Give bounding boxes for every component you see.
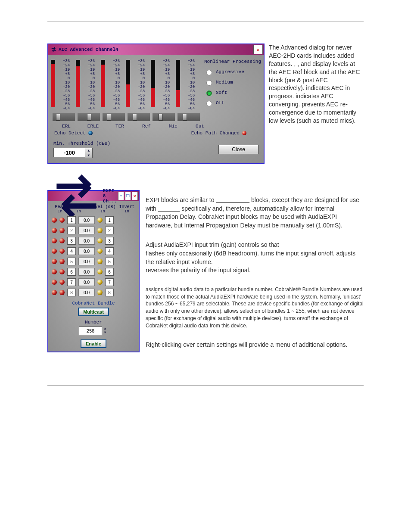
nlp-option-medium[interactable]: Medium (204, 79, 261, 86)
meter-scale: +36+24+19+8010-20-28-36-46-56-04 (88, 59, 96, 111)
channel-number[interactable]: 5 (105, 258, 114, 265)
meter-label-erl: ERL (54, 124, 78, 129)
channel-number[interactable]: 5 (67, 258, 76, 265)
channel-number[interactable]: 3 (67, 237, 76, 245)
hdr-peak: Peak (55, 205, 65, 209)
channel-number[interactable]: 6 (67, 268, 76, 276)
multicast-button[interactable]: Multicast (78, 308, 109, 316)
echo-detect-led (88, 131, 93, 135)
channel-number[interactable]: 6 (105, 268, 114, 276)
level-value[interactable]: 0.0 (78, 278, 95, 286)
expi-titlebar: EXPI 8 Ch... – □ ✕ (48, 191, 139, 201)
chevron-up-icon: ▲ (85, 148, 92, 153)
echo-detect-label: Echo Detect (54, 131, 86, 136)
peak-led (52, 238, 57, 243)
channel-number[interactable]: 2 (105, 227, 114, 234)
peak-led (52, 218, 57, 223)
aic-description: The Advanced dialog for newer AEC-2HD ca… (269, 44, 364, 164)
invert-led[interactable] (97, 218, 103, 223)
expi-dialog: EXPI 8 Ch... – □ ✕ PeakIn MuteIn Level (… (47, 190, 140, 352)
maximize-button[interactable]: □ (125, 192, 131, 200)
channel-number[interactable]: 8 (67, 289, 76, 296)
hdr-level: Level (dB) (90, 205, 116, 209)
nlp-option-aggressive[interactable]: Aggressive (204, 68, 261, 75)
channel-number[interactable]: 1 (67, 216, 76, 224)
channel-row: 80.08 (51, 289, 136, 296)
channel-row: 50.05 (51, 258, 136, 265)
invert-led[interactable] (97, 280, 103, 285)
mute-led[interactable] (59, 280, 65, 285)
spinner-buttons[interactable]: ▲▼ (102, 327, 108, 335)
meter-scale: +36+24+19+8010-20-28-36-46-56-04 (188, 59, 196, 111)
mute-led[interactable] (59, 238, 65, 243)
mute-led[interactable] (59, 249, 65, 254)
expi-para-1: EXPI blocks are similar to blocks, excep… (146, 196, 364, 230)
meter-slider[interactable] (128, 113, 150, 121)
aic-close-button[interactable]: ✕ (253, 45, 263, 54)
meter-scale: +36+24+19+8010-20-28-36-46-56-04 (138, 59, 146, 111)
invert-led[interactable] (97, 290, 103, 295)
channel-number[interactable]: 4 (67, 247, 76, 255)
threshold-spinner[interactable]: -100 ▲▼ (53, 148, 110, 158)
meter-slider[interactable] (153, 113, 175, 121)
nlp-title: Nonlinear Processing (204, 59, 261, 64)
meter-slider[interactable] (103, 113, 125, 121)
level-value[interactable]: 0.0 (78, 289, 95, 296)
expi-close-button[interactable]: ✕ (132, 192, 138, 200)
level-value[interactable]: 0.0 (78, 237, 95, 245)
mute-led[interactable] (59, 218, 65, 223)
minimize-icon: – (119, 193, 122, 199)
mute-led[interactable] (59, 290, 65, 295)
channel-number[interactable]: 7 (67, 278, 76, 286)
meter-label-out: Out (188, 124, 212, 129)
invert-led[interactable] (97, 249, 103, 254)
level-value[interactable]: 0.0 (78, 247, 95, 255)
nlp-option-soft[interactable]: Soft (204, 89, 261, 96)
channel-number[interactable]: 3 (105, 237, 114, 245)
meter-slider[interactable] (78, 113, 100, 121)
meter-slider[interactable] (53, 113, 75, 121)
txt: flashes only occasionally (6dB headroom)… (146, 250, 261, 257)
mute-led[interactable] (59, 269, 65, 274)
level-value[interactable]: 0.0 (78, 227, 95, 234)
peak-led (52, 249, 57, 254)
peak-led (52, 290, 57, 295)
meter-slider[interactable] (177, 113, 200, 121)
txt: reverses the polarity of the input signa… (146, 267, 251, 274)
invert-led[interactable] (97, 228, 103, 233)
minimize-button[interactable]: – (118, 192, 124, 200)
nlp-option-off[interactable]: Off (204, 100, 261, 106)
meter-bar (151, 60, 155, 107)
level-value[interactable]: 0.0 (78, 258, 95, 265)
channel-number[interactable]: 8 (105, 289, 114, 296)
invert-led[interactable] (97, 269, 103, 274)
meter-erle: +36+24+19+8010-20-28-36-46-56-04 (78, 59, 100, 121)
chevron-up-icon: ▲ (102, 327, 108, 330)
meter-label-ter: TER (108, 124, 132, 129)
spinner-buttons[interactable]: ▲▼ (85, 148, 93, 158)
invert-led[interactable] (97, 238, 103, 243)
meter-scale: +36+24+19+8010-20-28-36-46-56-04 (113, 59, 121, 111)
invert-led[interactable] (97, 259, 103, 264)
bundle-value: 256 (79, 327, 102, 335)
expi-para-4: Right-clicking over certain settings wil… (146, 341, 364, 349)
enable-button[interactable]: Enable (81, 339, 106, 348)
peak-led (52, 269, 57, 274)
meter-bar (101, 60, 105, 107)
mute-led[interactable] (59, 259, 65, 264)
level-value[interactable]: 0.0 (78, 268, 95, 276)
channel-number[interactable]: 2 (67, 227, 76, 234)
peak-led (52, 259, 57, 264)
bundle-spinner[interactable]: 256 ▲▼ (51, 327, 136, 335)
threshold-label: Min. Threshold (dBu) (53, 141, 110, 146)
channel-number[interactable]: 4 (105, 247, 114, 255)
close-button[interactable]: Close (218, 145, 258, 154)
txt: , (294, 60, 297, 67)
meter-label-erle: ERLE (81, 124, 105, 129)
sub: In (118, 209, 136, 214)
mute-led[interactable] (59, 228, 65, 233)
aic-section: AIC Advanced Channel4 ✕ +36+24+19+8010-2… (47, 44, 364, 164)
level-value[interactable]: 0.0 (78, 216, 95, 224)
channel-number[interactable]: 7 (105, 278, 114, 286)
channel-number[interactable]: 1 (105, 216, 114, 224)
